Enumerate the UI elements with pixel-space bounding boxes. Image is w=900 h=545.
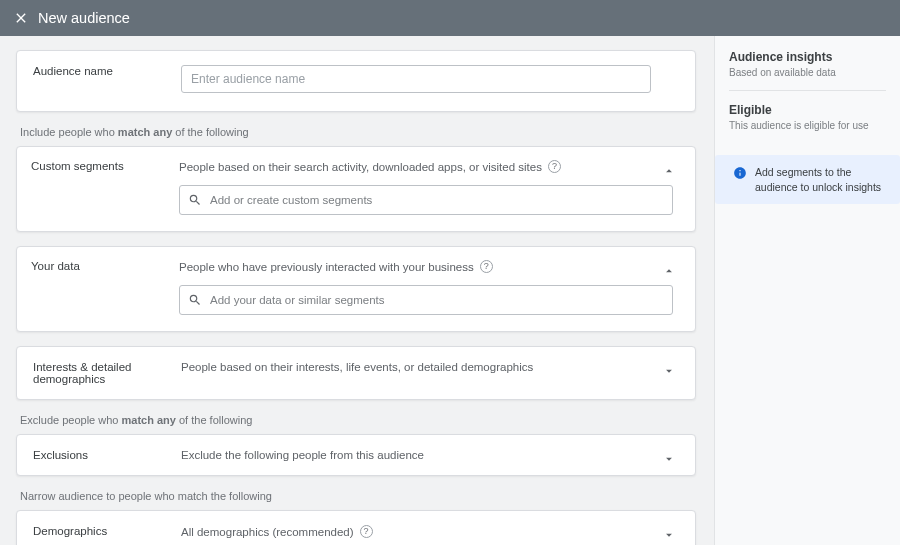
include-heading-suffix: of the following (172, 126, 248, 138)
include-heading-bold: match any (118, 126, 172, 138)
chevron-up-icon[interactable] (661, 163, 677, 179)
demographics-description: All demographics (recommended) (181, 526, 354, 538)
custom-segments-search-input[interactable] (210, 194, 664, 206)
info-icon (733, 166, 747, 180)
demographics-card[interactable]: Demographics All demographics (recommend… (16, 510, 696, 545)
chevron-up-icon[interactable] (661, 263, 677, 279)
help-icon[interactable]: ? (548, 160, 561, 173)
your-data-label: Your data (31, 260, 179, 272)
interests-card[interactable]: Interests & detailed demographics People… (16, 346, 696, 400)
search-icon (188, 193, 202, 207)
audience-name-label: Audience name (33, 65, 181, 77)
insights-sub: Based on available data (729, 67, 886, 78)
your-data-card: Your data People who have previously int… (16, 246, 696, 332)
close-icon[interactable] (10, 7, 32, 29)
help-icon[interactable]: ? (480, 260, 493, 273)
exclusions-label: Exclusions (33, 449, 181, 461)
interests-description: People based on their interests, life ev… (181, 361, 533, 373)
your-data-search-input[interactable] (210, 294, 664, 306)
dialog-header: New audience (0, 0, 900, 36)
eligible-heading: Eligible (729, 103, 886, 117)
chevron-down-icon[interactable] (661, 451, 677, 467)
audience-name-card: Audience name (16, 50, 696, 112)
insights-info-text: Add segments to the audience to unlock i… (755, 165, 890, 194)
custom-segments-description: People based on their search activity, d… (179, 161, 542, 173)
main-panel: Audience name Include people who match a… (0, 36, 715, 545)
narrow-heading: Narrow audience to people who match the … (20, 490, 696, 502)
dialog-title: New audience (38, 10, 130, 26)
insights-info-box: Add segments to the audience to unlock i… (715, 155, 900, 204)
custom-segments-label: Custom segments (31, 160, 179, 172)
include-heading: Include people who match any of the foll… (20, 126, 696, 138)
your-data-description: People who have previously interacted wi… (179, 261, 474, 273)
insights-sidebar: Audience insights Based on available dat… (715, 36, 900, 545)
demographics-label: Demographics (33, 525, 181, 537)
audience-name-input[interactable] (181, 65, 651, 93)
include-heading-prefix: Include people who (20, 126, 118, 138)
exclude-heading: Exclude people who match any of the foll… (20, 414, 696, 426)
interests-label-line2: demographics (33, 373, 181, 385)
exclude-heading-bold: match any (122, 414, 176, 426)
chevron-down-icon[interactable] (661, 363, 677, 379)
exclusions-card[interactable]: Exclusions Exclude the following people … (16, 434, 696, 476)
exclude-heading-suffix: of the following (176, 414, 252, 426)
interests-label-line1: Interests & detailed (33, 361, 181, 373)
chevron-down-icon[interactable] (661, 527, 677, 543)
your-data-search[interactable] (179, 285, 673, 315)
search-icon (188, 293, 202, 307)
insights-heading: Audience insights (729, 50, 886, 64)
eligible-sub: This audience is eligible for use (729, 120, 886, 131)
exclude-heading-prefix: Exclude people who (20, 414, 122, 426)
exclusions-description: Exclude the following people from this a… (181, 449, 424, 461)
help-icon[interactable]: ? (360, 525, 373, 538)
custom-segments-card: Custom segments People based on their se… (16, 146, 696, 232)
custom-segments-search[interactable] (179, 185, 673, 215)
